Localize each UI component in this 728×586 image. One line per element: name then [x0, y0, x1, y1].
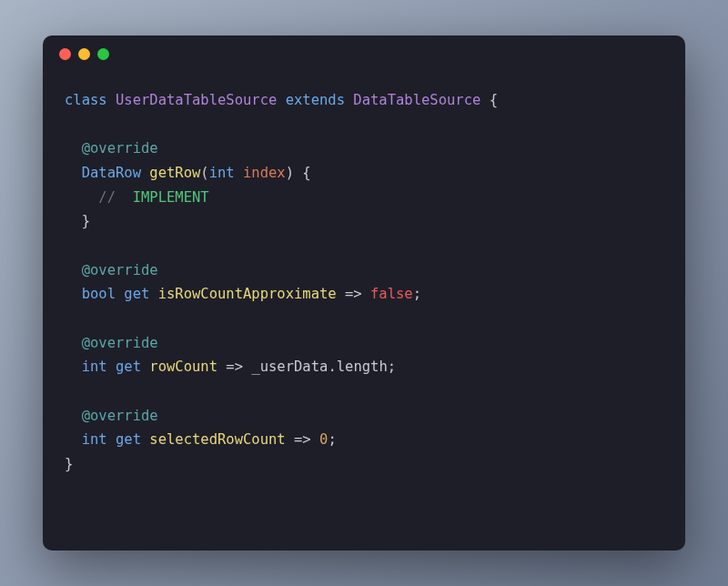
dot: .	[328, 359, 336, 375]
keyword-get: get	[124, 286, 149, 302]
type-int: int	[82, 431, 107, 448]
arrow: =>	[345, 286, 362, 302]
annotation-override: @override	[82, 335, 158, 351]
code-editor[interactable]: class UserDataTableSource extends DataTa…	[43, 72, 685, 499]
property-length: length	[337, 359, 388, 375]
brace-close: }	[65, 456, 73, 472]
property-name: selectedRowCount	[149, 431, 285, 448]
brace-open: {	[480, 92, 498, 108]
annotation-override: @override	[82, 408, 158, 424]
field-ref: _userData	[251, 359, 328, 375]
keyword-get: get	[116, 431, 141, 448]
semicolon: ;	[413, 286, 421, 302]
annotation-override: @override	[82, 140, 158, 157]
comment-slashes: //	[98, 189, 124, 206]
code-window: class UserDataTableSource extends DataTa…	[43, 35, 685, 551]
property-name: isRowCountApproximate	[158, 286, 337, 302]
semicolon: ;	[328, 431, 336, 448]
keyword-class: class	[65, 92, 107, 108]
annotation-override: @override	[82, 262, 158, 278]
paren-open: (	[200, 165, 208, 181]
return-type: DataRow	[82, 165, 141, 181]
brace-close: }	[82, 213, 90, 229]
window-titlebar	[43, 35, 685, 72]
type-int: int	[82, 359, 107, 375]
maximize-icon[interactable]	[97, 48, 109, 60]
comment-implement: IMPLEMENT	[124, 189, 208, 206]
keyword-get: get	[116, 359, 141, 375]
close-icon[interactable]	[59, 48, 71, 60]
property-name: rowCount	[149, 359, 217, 375]
minimize-icon[interactable]	[78, 48, 90, 60]
literal-false: false	[370, 286, 413, 302]
literal-zero: 0	[319, 431, 328, 448]
arrow: =>	[226, 359, 243, 375]
type-bool: bool	[82, 286, 116, 302]
method-name: getRow	[149, 165, 200, 181]
arrow: =>	[294, 431, 311, 448]
param-name: index	[243, 165, 286, 181]
superclass-name: DataTableSource	[353, 92, 480, 108]
paren-close: ) {	[286, 165, 311, 181]
keyword-extends: extends	[286, 92, 345, 108]
class-name: UserDataTableSource	[116, 92, 277, 108]
param-type: int	[209, 165, 235, 181]
semicolon: ;	[388, 359, 396, 375]
